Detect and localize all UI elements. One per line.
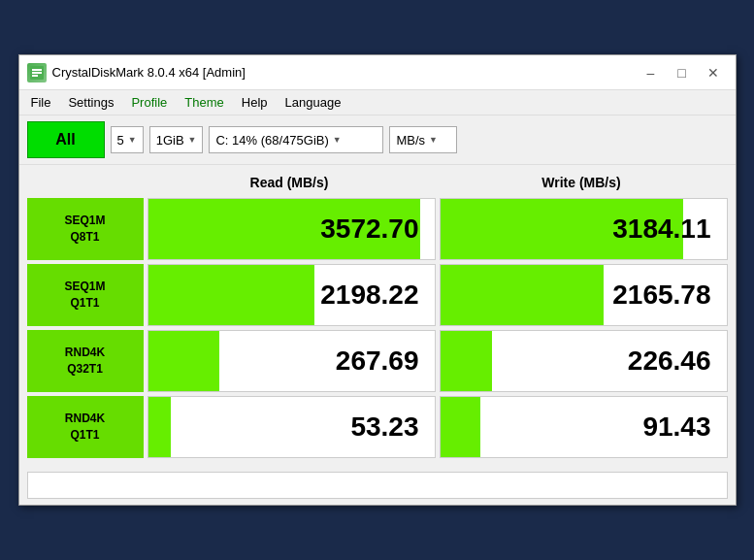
write-bar-3: [441, 397, 480, 457]
table-header: Read (MB/s) Write (MB/s): [27, 171, 728, 194]
svg-rect-2: [32, 69, 42, 71]
size-arrow: ▼: [188, 135, 197, 145]
read-bar-2: [148, 331, 220, 391]
menu-theme[interactable]: Theme: [177, 92, 231, 113]
menu-profile[interactable]: Profile: [123, 92, 175, 113]
menu-language[interactable]: Language: [278, 92, 349, 113]
read-value-3: 53.23: [350, 412, 418, 443]
read-value-1: 2198.22: [320, 280, 418, 311]
write-cell-2: 226.46: [440, 330, 728, 392]
passes-dropdown[interactable]: 5 ▼: [111, 126, 144, 153]
drive-dropdown[interactable]: C: 14% (68/475GiB) ▼: [209, 126, 383, 153]
window-title: CrystalDiskMark 8.0.4 x64 [Admin]: [52, 65, 246, 80]
row-label-0: SEQ1MQ8T1: [27, 198, 144, 260]
app-window: CrystalDiskMark 8.0.4 x64 [Admin] – □ ✕ …: [18, 54, 737, 506]
read-cell-0: 3572.70: [148, 198, 436, 260]
read-bar-3: [148, 397, 172, 457]
read-cell-2: 267.69: [148, 330, 436, 392]
header-read: Read (MB/s): [144, 171, 436, 194]
title-bar: CrystalDiskMark 8.0.4 x64 [Admin] – □ ✕: [19, 55, 736, 90]
table-row: RND4KQ1T1 53.23 91.43: [27, 396, 728, 458]
all-button[interactable]: All: [27, 121, 105, 158]
table-row: SEQ1MQ1T1 2198.22 2165.78: [27, 264, 728, 326]
read-bar-1: [148, 265, 314, 325]
toolbar: All 5 ▼ 1GiB ▼ C: 14% (68/475GiB) ▼ MB/s…: [19, 115, 736, 165]
row-label-2: RND4KQ32T1: [27, 330, 144, 392]
maximize-button[interactable]: □: [668, 61, 697, 84]
svg-rect-1: [32, 72, 42, 74]
read-cell-3: 53.23: [148, 396, 436, 458]
svg-rect-3: [32, 75, 38, 77]
size-value: 1GiB: [156, 133, 184, 148]
status-bar: [27, 472, 728, 499]
table-row: RND4KQ32T1 267.69 226.46: [27, 330, 728, 392]
table-row: SEQ1MQ8T1 3572.70 3184.11: [27, 198, 728, 260]
drive-value: C: 14% (68/475GiB): [215, 133, 328, 148]
menu-settings[interactable]: Settings: [60, 92, 121, 113]
read-cell-1: 2198.22: [148, 264, 436, 326]
row-label-3: RND4KQ1T1: [27, 396, 144, 458]
write-cell-1: 2165.78: [440, 264, 728, 326]
window-controls: – □ ✕: [637, 61, 728, 84]
menu-file[interactable]: File: [23, 92, 59, 113]
write-value-2: 226.46: [628, 346, 711, 377]
title-bar-left: CrystalDiskMark 8.0.4 x64 [Admin]: [27, 63, 246, 82]
header-write: Write (MB/s): [436, 171, 728, 194]
header-label: [27, 171, 144, 194]
passes-value: 5: [117, 133, 124, 148]
units-arrow: ▼: [429, 135, 438, 145]
app-icon: [27, 63, 47, 82]
read-value-2: 267.69: [336, 346, 419, 377]
row-label-1: SEQ1MQ1T1: [27, 264, 144, 326]
write-bar-1: [441, 265, 604, 325]
size-dropdown[interactable]: 1GiB ▼: [149, 126, 204, 153]
menu-bar: File Settings Profile Theme Help Languag…: [19, 90, 736, 115]
passes-arrow: ▼: [128, 135, 137, 145]
close-button[interactable]: ✕: [699, 61, 728, 84]
write-value-1: 2165.78: [612, 280, 710, 311]
write-value-0: 3184.11: [612, 214, 710, 245]
drive-arrow: ▼: [333, 135, 342, 145]
minimize-button[interactable]: –: [637, 61, 666, 84]
write-cell-0: 3184.11: [440, 198, 728, 260]
units-value: MB/s: [396, 133, 425, 148]
write-value-3: 91.43: [642, 412, 710, 443]
benchmark-area: Read (MB/s) Write (MB/s) SEQ1MQ8T1 3572.…: [19, 165, 736, 468]
write-bar-2: [441, 331, 492, 391]
units-dropdown[interactable]: MB/s ▼: [389, 126, 457, 153]
menu-help[interactable]: Help: [234, 92, 276, 113]
read-value-0: 3572.70: [320, 214, 418, 245]
write-cell-3: 91.43: [440, 396, 728, 458]
